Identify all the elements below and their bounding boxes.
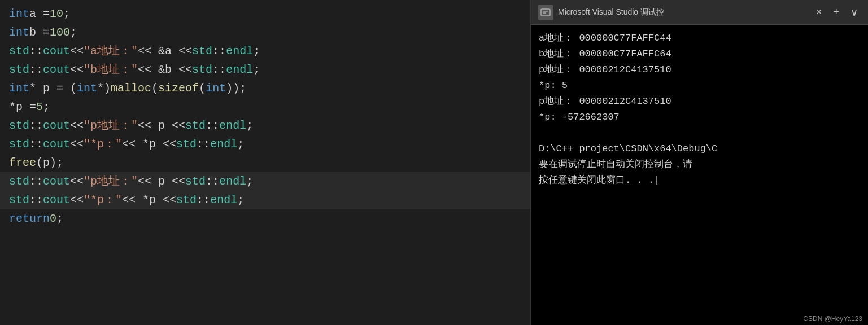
code-line-line2: int b = 100;	[0, 23, 530, 42]
token-plain: ;	[237, 135, 244, 153]
console-line-1: b地址： 000000C77FAFFC64	[539, 46, 860, 62]
token-num: 5	[36, 98, 43, 116]
token-kw: int	[206, 80, 226, 97]
console-footer: CSDN @HeyYa123	[531, 313, 868, 325]
chevron-button[interactable]: ∨	[847, 5, 861, 20]
token-plain: ::	[29, 173, 43, 190]
console-app-icon	[538, 5, 553, 20]
token-plain: (	[151, 80, 158, 97]
code-line-line12: return 0;	[0, 209, 530, 228]
token-ns: std	[192, 42, 212, 60]
console-line-4: p地址： 00000212C4137510	[539, 94, 860, 109]
token-plain: ::	[29, 42, 43, 60]
token-plain: << p <<	[138, 117, 185, 134]
token-num: 0	[50, 210, 56, 227]
token-plain: << &b <<	[138, 61, 192, 78]
token-str: "b地址："	[84, 61, 138, 78]
token-ns: std	[9, 191, 29, 209]
token-ns: std	[9, 135, 29, 153]
svg-rect-0	[541, 9, 550, 16]
token-kw: int	[9, 5, 29, 23]
code-line-line1: int a = 10;	[0, 5, 530, 23]
token-ns: std	[192, 61, 212, 78]
token-ns: std	[185, 173, 206, 190]
token-plain: ;	[237, 191, 244, 209]
token-plain: ::	[29, 135, 43, 153]
add-button[interactable]: +	[830, 5, 843, 19]
token-plain: ;	[56, 210, 63, 227]
token-kw: int	[77, 80, 97, 97]
code-line-line7: std::cout << "p地址：" << p << std::endl;	[0, 116, 530, 135]
token-plain: << *p <<	[122, 135, 176, 153]
token-plain: ::	[29, 191, 43, 209]
token-plain: ;	[253, 42, 260, 60]
token-ns: std	[9, 173, 29, 190]
token-kw: int	[9, 24, 29, 41]
token-fn: free	[9, 154, 36, 172]
token-plain: ::	[212, 61, 226, 78]
token-str: "p地址："	[84, 173, 138, 190]
token-plain: a =	[29, 5, 50, 23]
console-line-7: D:\C++ project\CSDN\x64\Debug\C	[539, 141, 860, 157]
token-ns: cout	[43, 117, 70, 134]
token-plain: (p);	[36, 154, 63, 172]
token-ns: endl	[219, 117, 246, 134]
token-fn: malloc	[111, 80, 151, 97]
token-plain: <<	[70, 117, 84, 134]
token-plain: ;	[43, 98, 50, 116]
token-fn: sizeof	[158, 80, 199, 97]
console-line-3: *p: 5	[539, 78, 860, 94]
token-ns: endl	[210, 135, 237, 153]
token-ns: std	[176, 191, 197, 209]
console-line-2: p地址： 00000212C4137510	[539, 62, 860, 78]
token-num: 10	[50, 5, 63, 23]
token-plain: ;	[63, 5, 70, 23]
code-line-line4: std::cout << "b地址：" << &b << std::endl;	[0, 60, 530, 79]
code-line-line5: int* p = (int*)malloc(sizeof(int));	[0, 79, 530, 98]
token-plain: ::	[29, 61, 43, 78]
token-ns: std	[9, 61, 29, 78]
token-str: "*p："	[84, 135, 122, 153]
token-plain: ::	[197, 135, 210, 153]
token-str: "*p："	[84, 191, 122, 209]
code-line-line11: std::cout << "*p：" << *p << std::endl;	[0, 191, 530, 209]
token-plain: << &a <<	[138, 42, 192, 60]
console-titlebar: Microsoft Visual Studio 调试控 × + ∨	[531, 0, 868, 25]
console-line-9: 按任意键关闭此窗口. . .|	[539, 173, 860, 188]
token-plain: ;	[70, 24, 77, 41]
token-str: "a地址："	[84, 42, 138, 60]
console-line-8: 要在调试停止时自动关闭控制台，请	[539, 157, 860, 173]
code-line-line9: free(p);	[0, 153, 530, 172]
token-plain: <<	[70, 191, 84, 209]
token-str: "p地址："	[84, 117, 138, 134]
close-button[interactable]: ×	[813, 5, 826, 19]
token-plain: (	[199, 80, 206, 97]
token-ns: cout	[43, 42, 70, 60]
token-kw: int	[9, 80, 29, 97]
token-plain: <<	[70, 61, 84, 78]
code-editor: int a = 10;int b = 100;std::cout << "a地址…	[0, 0, 530, 325]
code-line-line10: std::cout << "p地址：" << p << std::endl;	[0, 172, 530, 191]
token-plain: *)	[97, 80, 111, 97]
token-plain: <<	[70, 135, 84, 153]
token-ns: std	[176, 135, 197, 153]
token-plain: *p =	[9, 98, 36, 116]
token-plain: ::	[206, 173, 219, 190]
token-plain: <<	[70, 173, 84, 190]
token-ns: std	[185, 117, 206, 134]
token-plain: << *p <<	[122, 191, 176, 209]
token-plain: * p = (	[29, 80, 77, 97]
token-ns: endl	[210, 191, 237, 209]
token-plain: <<	[70, 42, 84, 60]
token-plain: ::	[29, 117, 43, 134]
token-ns: endl	[226, 61, 253, 78]
console-line-5: *p: -572662307	[539, 109, 860, 125]
token-plain: ;	[253, 61, 260, 78]
code-line-line6: *p = 5;	[0, 98, 530, 116]
console-output: a地址： 000000C77FAFFC44b地址： 000000C77FAFFC…	[531, 25, 868, 313]
code-line-line8: std::cout << "*p：" << *p << std::endl;	[0, 135, 530, 153]
token-ns: std	[9, 42, 29, 60]
token-ns: cout	[43, 61, 70, 78]
console-title: Microsoft Visual Studio 调试控	[558, 7, 808, 17]
code-line-line3: std::cout << "a地址：" << &a << std::endl;	[0, 42, 530, 60]
